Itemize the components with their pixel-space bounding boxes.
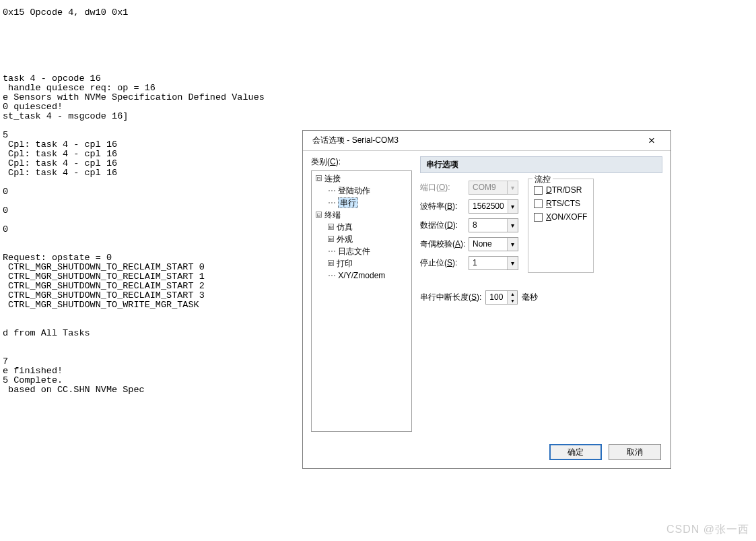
baud-combo[interactable]: 1562500▾	[469, 199, 518, 214]
break-length-unit: 毫秒	[522, 292, 538, 303]
tree-node-appearance[interactable]: ⊞外观	[313, 233, 410, 245]
spinner-up-icon[interactable]: ▲	[508, 291, 517, 298]
spinner-down-icon[interactable]: ▼	[508, 298, 517, 305]
chevron-down-icon[interactable]: ▾	[508, 200, 518, 213]
tree-node-print[interactable]: ⊞打印	[313, 257, 410, 269]
parity-combo[interactable]: None▾	[469, 237, 518, 251]
close-icon[interactable]: ×	[638, 135, 665, 146]
break-length-spinner[interactable]: 100 ▲▼	[485, 290, 518, 305]
chevron-down-icon[interactable]: ▾	[507, 219, 518, 232]
cancel-button[interactable]: 取消	[609, 444, 661, 460]
rts-cts-option[interactable]: RTS/CTS	[534, 197, 588, 210]
checkbox-icon[interactable]	[534, 186, 543, 195]
dialog-titlebar: 会话选项 - Serial-COM3 ×	[303, 131, 671, 151]
chevron-down-icon[interactable]: ▾	[507, 257, 518, 269]
tree-node-serial[interactable]: ⋯ 串行	[313, 197, 410, 209]
flow-control-group: 流控 DTR/DSR RTS/CTS XON/XOFF	[528, 179, 594, 273]
session-options-dialog: 会话选项 - Serial-COM3 × 类别(C): ⊟连接 ⋯ 登陆动作 ⋯…	[302, 130, 671, 469]
port-combo: COM9▾	[469, 181, 518, 195]
xon-xoff-option[interactable]: XON/XOFF	[534, 210, 588, 224]
tree-node-xyzmodem[interactable]: ⋯ X/Y/Zmodem	[313, 269, 410, 282]
stop-bits-label: 停止位(S):	[420, 257, 469, 269]
tree-node-connection[interactable]: ⊟连接	[313, 172, 410, 185]
category-label: 类别(C):	[311, 156, 412, 168]
tree-node-login-actions[interactable]: ⋯ 登陆动作	[313, 185, 410, 197]
port-label: 端口(O):	[420, 182, 469, 193]
tree-node-logfile[interactable]: ⋯ 日志文件	[313, 245, 410, 257]
category-tree[interactable]: ⊟连接 ⋯ 登陆动作 ⋯ 串行 ⊟终端 ⊞仿真 ⊞外观 ⋯ 日志文件 ⊞打印 ⋯…	[311, 170, 412, 432]
watermark: CSDN @张一西	[666, 523, 749, 537]
checkbox-icon[interactable]	[534, 213, 543, 222]
tree-node-terminal[interactable]: ⊟终端	[313, 209, 410, 221]
flow-control-legend: 流控	[532, 174, 553, 185]
data-bits-combo[interactable]: 8▾	[469, 218, 518, 232]
parity-label: 奇偶校验(A):	[420, 238, 469, 250]
break-length-label: 串行中断长度(S):	[420, 292, 481, 303]
chevron-down-icon[interactable]: ▾	[507, 238, 518, 251]
checkbox-icon[interactable]	[534, 199, 543, 208]
data-bits-label: 数据位(D):	[420, 220, 469, 231]
dialog-title: 会话选项 - Serial-COM3	[312, 135, 638, 146]
tree-node-emulation[interactable]: ⊞仿真	[313, 221, 410, 233]
ok-button[interactable]: 确定	[549, 444, 602, 460]
dtr-dsr-option[interactable]: DTR/DSR	[534, 183, 588, 197]
serial-options-header: 串行选项	[420, 156, 662, 173]
stop-bits-combo[interactable]: 1▾	[469, 256, 518, 270]
baud-label: 波特率(B):	[420, 201, 469, 212]
chevron-down-icon: ▾	[507, 181, 518, 194]
